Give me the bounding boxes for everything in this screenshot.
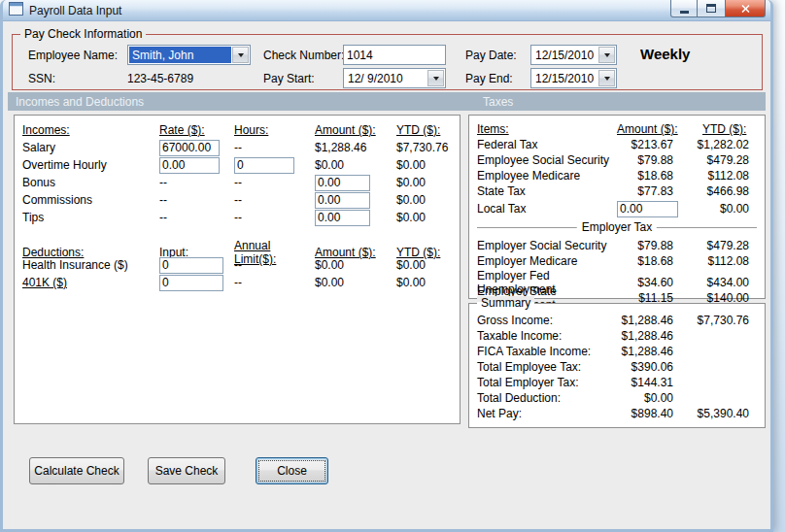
- check-number-input[interactable]: [343, 45, 446, 65]
- employer-medicare-row: Employer Medicare $18.68 $112.08: [477, 253, 757, 269]
- health-insurance-row: Health Insurance ($) -- $0.00 $0.00: [22, 256, 460, 274]
- summary-legend: Summary: [477, 296, 534, 310]
- employer-tax-separator: Employer Tax: [477, 227, 757, 238]
- employee-name-dropdown-icon[interactable]: [232, 47, 249, 63]
- tax-label: Employer Medicare: [477, 254, 617, 268]
- commissions-row: Commissions -- -- $0.00: [22, 191, 460, 209]
- commissions-rate: --: [159, 193, 234, 207]
- pay-end-picker[interactable]: 12/15/2010: [530, 68, 617, 88]
- pay-frequency-label: Weekly: [640, 46, 690, 62]
- tips-row: Tips -- -- $0.00: [22, 209, 460, 226]
- app-icon: [9, 2, 23, 18]
- commissions-label: Commissions: [22, 193, 159, 207]
- local-tax-label: Local Tax: [477, 202, 617, 216]
- pay-end-dropdown-icon[interactable]: [598, 70, 615, 86]
- tax-ytd: $466.98: [681, 184, 757, 198]
- summary-amount: $390.06: [617, 360, 681, 374]
- window-title: Payroll Data Input: [29, 4, 121, 17]
- summary-label: Total Deduction:: [477, 391, 617, 405]
- tax-ytd: $1,282.02: [681, 138, 757, 151]
- close-button[interactable]: Close: [256, 457, 328, 484]
- pay-date-picker[interactable]: 12/15/2010: [530, 45, 617, 65]
- tax-amount: $79.88: [617, 153, 681, 167]
- commissions-amount-input[interactable]: [315, 192, 370, 209]
- employer-fed-unemployment-row: Employer Fed Unemployment $34.60 $434.00: [477, 269, 757, 284]
- summary-amount: $144.31: [617, 376, 681, 389]
- calculate-check-button[interactable]: Calculate Check: [29, 457, 124, 484]
- pay-start-dropdown-icon[interactable]: [427, 70, 444, 86]
- tips-rate: --: [159, 211, 234, 224]
- maximize-icon[interactable]: [698, 0, 725, 17]
- ssn-label: SSN:: [28, 72, 55, 85]
- paycheck-info-group: Pay Check Information Employee Name: Smi…: [12, 34, 763, 90]
- 401k-amount: $0.00: [315, 276, 396, 289]
- paycheck-info-legend: Pay Check Information: [20, 27, 146, 41]
- incomes-col-header: Incomes:: [22, 123, 159, 137]
- close-window-icon[interactable]: [725, 0, 766, 17]
- taxes-header-row: Items: Amount ($): YTD ($):: [477, 121, 757, 137]
- summary-ytd: $5,390.40: [681, 407, 757, 420]
- salary-label: Salary: [22, 141, 159, 154]
- title-bar[interactable]: Payroll Data Input: [3, 0, 770, 21]
- bonus-ytd: $0.00: [396, 176, 460, 189]
- total-employer-tax-row: Total Employer Tax: $144.31: [477, 375, 757, 390]
- gross-income-row: Gross Income: $1,288.46 $7,730.76: [477, 313, 757, 328]
- payroll-window: Payroll Data Input Pay Check Information…: [0, 0, 773, 532]
- local-tax-input[interactable]: [617, 201, 678, 217]
- bonus-amount-input[interactable]: [315, 175, 370, 191]
- incomes-header-row: Incomes: Rate ($): Hours: Amount ($): YT…: [22, 121, 460, 139]
- incomes-deductions-panel: Incomes: Rate ($): Hours: Amount ($): YT…: [14, 115, 461, 424]
- overtime-amount: $0.00: [315, 158, 396, 172]
- ytd-col-header: YTD ($):: [396, 123, 460, 137]
- section-header-strip: Incomes and Deductions Taxes: [8, 92, 766, 111]
- federal-tax-row: Federal Tax $213.67 $1,282.02: [477, 137, 757, 152]
- overtime-rate-input[interactable]: [159, 157, 220, 174]
- 401k-input[interactable]: [159, 275, 223, 291]
- overtime-row: Overtime Hourly $0.00 $0.00: [22, 156, 460, 174]
- pay-date-dropdown-icon[interactable]: [598, 47, 615, 63]
- health-insurance-input[interactable]: [159, 257, 223, 274]
- taxable-income-row: Taxable Income: $1,288.46: [477, 328, 757, 344]
- summary-amount: $0.00: [617, 391, 681, 405]
- tax-amount-col-header: Amount ($):: [617, 122, 681, 136]
- bonus-rate: --: [159, 176, 234, 189]
- local-tax-ytd: $0.00: [681, 202, 757, 216]
- save-check-button[interactable]: Save Check: [148, 457, 225, 484]
- overtime-ytd: $0.00: [396, 158, 460, 172]
- health-insurance-amount: $0.00: [315, 258, 396, 272]
- salary-amount: $1,288.46: [315, 141, 396, 154]
- employee-name-value: Smith, John: [129, 47, 231, 63]
- 401k-ytd: $0.00: [396, 276, 460, 289]
- tips-ytd: $0.00: [396, 211, 460, 224]
- minimize-icon[interactable]: [670, 0, 698, 17]
- health-insurance-label: Health Insurance ($): [22, 258, 159, 272]
- total-employee-tax-row: Total Employee Tax: $390.06: [477, 359, 757, 375]
- pay-end-label: Pay End:: [465, 72, 513, 85]
- summary-label: Taxable Income:: [477, 329, 617, 343]
- local-tax-row: Local Tax $0.00: [477, 199, 757, 218]
- taxes-section-header: Taxes: [483, 95, 513, 109]
- deductions-header-row: Deductions: Input: Annual Limit($): Amou…: [22, 239, 460, 256]
- tax-amount: $79.88: [617, 239, 681, 252]
- tax-amount: $213.67: [617, 138, 681, 151]
- tax-amount: $18.68: [617, 169, 681, 183]
- employee-name-select[interactable]: Smith, John: [127, 45, 251, 65]
- summary-panel: Summary Gross Income: $1,288.46 $7,730.7…: [468, 303, 766, 428]
- tax-label: State Tax: [477, 184, 617, 198]
- tax-ytd: $112.08: [681, 169, 757, 183]
- employee-medicare-row: Employee Medicare $18.68 $112.08: [477, 168, 757, 183]
- total-deduction-row: Total Deduction: $0.00: [477, 390, 757, 406]
- tax-amount: $77.83: [617, 184, 681, 198]
- tax-amount: $18.68: [617, 254, 681, 268]
- summary-ytd: $7,730.76: [681, 314, 757, 327]
- pay-start-picker[interactable]: 12/ 9/2010: [343, 68, 446, 88]
- deductions-col-header: Deductions:: [22, 246, 159, 259]
- 401k-link[interactable]: 401K ($): [22, 276, 159, 289]
- rate-col-header: Rate ($):: [159, 123, 234, 137]
- fica-taxable-income-row: FICA Taxable Income: $1,288.46: [477, 344, 757, 359]
- 401k-row: 401K ($) -- $0.00 $0.00: [22, 274, 460, 291]
- tax-label: Federal Tax: [477, 138, 617, 151]
- overtime-hours-input[interactable]: [234, 157, 294, 174]
- salary-rate-input[interactable]: [159, 140, 220, 156]
- tips-amount-input[interactable]: [315, 210, 370, 226]
